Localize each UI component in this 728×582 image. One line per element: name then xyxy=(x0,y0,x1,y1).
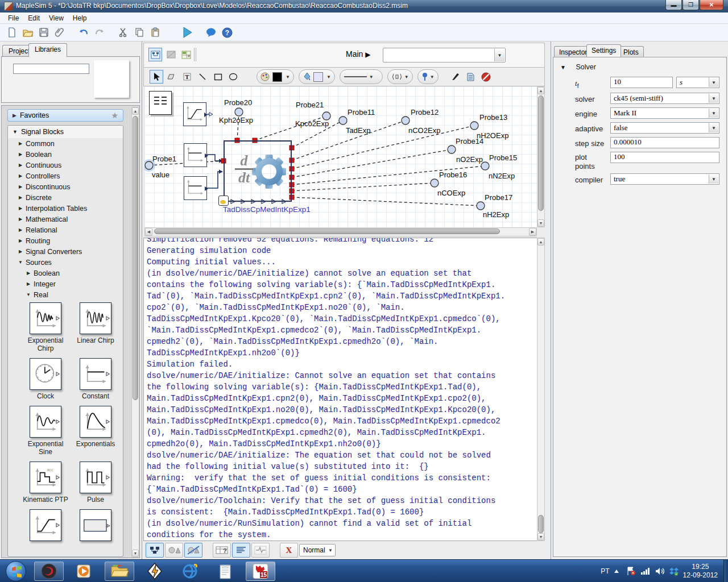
message-icon[interactable] xyxy=(204,25,218,40)
tree-item-boolean[interactable]: ▶Boolean xyxy=(8,268,123,278)
waveform-icon[interactable] xyxy=(251,543,270,558)
copy-icon[interactable] xyxy=(132,25,147,40)
plot-points-input[interactable]: 100 xyxy=(610,152,719,163)
adaptive-select[interactable]: false▼ xyxy=(610,122,719,134)
step-size-input[interactable]: 0.000010 xyxy=(610,137,719,148)
compiler-select[interactable]: true▼ xyxy=(610,173,719,185)
start-button[interactable] xyxy=(6,561,26,581)
scroll-up-icon[interactable]: ▲ xyxy=(132,107,139,115)
3d-view-off-icon[interactable] xyxy=(184,543,202,558)
pen-color-group[interactable]: ▼ xyxy=(257,69,294,84)
annotation-icon[interactable] xyxy=(218,196,229,206)
model-canvas[interactable]: ddtTadDissCpMedIntKpExp1Probe1valueProbe… xyxy=(144,86,537,227)
menu-edit[interactable]: Edit xyxy=(23,13,44,23)
run-simulation-icon[interactable] xyxy=(180,25,195,40)
console-text-icon[interactable] xyxy=(232,543,250,558)
tree-item-routing[interactable]: ▶Routing xyxy=(8,235,123,246)
undo-icon[interactable] xyxy=(76,25,91,40)
constant-block-icon[interactable] xyxy=(80,358,111,390)
library-scrollbar[interactable]: ▲ ▼ xyxy=(131,107,139,558)
network-icon[interactable] xyxy=(640,567,651,575)
eraser-tool-icon[interactable] xyxy=(165,70,179,84)
breadcrumb[interactable]: Main ▶ xyxy=(346,49,370,59)
scroll-up-icon[interactable]: ▲ xyxy=(537,238,544,246)
tf-unit-select[interactable]: s▼ xyxy=(676,77,719,88)
exponentials-block-icon[interactable] xyxy=(80,406,111,438)
palette-item-constant[interactable]: Constant xyxy=(71,358,121,400)
fill-color-group[interactable]: ▼ xyxy=(299,69,335,84)
text-tool-icon[interactable]: T xyxy=(180,70,194,84)
open-icon[interactable] xyxy=(20,25,35,40)
show-hidden-icons[interactable] xyxy=(613,568,620,574)
palette-item-exponential-chirp[interactable]: Exponential Chirp xyxy=(20,302,71,352)
taskbar-app-comodo-dragon[interactable] xyxy=(34,562,64,581)
line-style-group[interactable]: ▼ xyxy=(340,69,383,84)
tree-item-signal-converters[interactable]: ▶Signal Converters xyxy=(8,246,123,257)
console-scrollbar[interactable]: ▲ ▼ xyxy=(537,238,545,541)
canvas-vscrollbar[interactable]: ▲ ▼ xyxy=(537,86,545,227)
tree-item-continuous[interactable]: ▶Continuous xyxy=(8,160,123,171)
pen-color-swatch[interactable] xyxy=(272,72,282,82)
dropbox-icon[interactable] xyxy=(669,567,679,576)
custom-component-block[interactable]: ddt xyxy=(224,140,292,202)
tree-item-common[interactable]: ▶Common xyxy=(8,138,123,149)
scroll-left-icon[interactable]: ◀ xyxy=(145,228,152,236)
console-output[interactable]: Simplification removed 52 equations. Rem… xyxy=(143,238,545,541)
close-button[interactable]: ✕ xyxy=(700,0,723,10)
pulse-block-icon[interactable] xyxy=(80,462,111,493)
tree-item-interpolation-tables[interactable]: ▶Interpolation Tables xyxy=(8,203,123,214)
saturation-block-icon[interactable] xyxy=(30,509,61,541)
help-icon[interactable]: ? xyxy=(220,25,234,40)
volume-icon[interactable] xyxy=(655,567,665,575)
no-entry-icon[interactable] xyxy=(479,70,493,84)
tree-item-real[interactable]: ▼Real xyxy=(8,289,123,300)
exp-sine-block-icon[interactable] xyxy=(30,406,61,438)
taskbar-app-media-player[interactable] xyxy=(69,562,99,581)
palette-item-pulse[interactable]: Pulse xyxy=(71,462,121,504)
fill-color-swatch[interactable] xyxy=(313,72,323,82)
exp-chirp-block-icon[interactable] xyxy=(30,302,61,334)
solver-section-header[interactable]: ▼ Solver xyxy=(560,63,596,71)
language-indicator[interactable]: PT xyxy=(601,567,609,575)
taskbar-app-winamp[interactable] xyxy=(140,562,169,581)
palette-item[interactable] xyxy=(71,509,121,544)
tree-item-discontinuous[interactable]: ▶Discontinuous xyxy=(8,181,123,192)
menu-help[interactable]: Help xyxy=(68,13,92,23)
scroll-up-icon[interactable]: ▲ xyxy=(537,87,544,94)
model-view-icon[interactable] xyxy=(148,48,162,61)
tree-item-discrete[interactable]: ▶Discrete xyxy=(8,192,123,203)
tab-libraries[interactable]: Libraries xyxy=(28,43,67,57)
solver-select[interactable]: ck45 (semi-stiff)▼ xyxy=(610,93,719,104)
tab-plots[interactable]: Plots xyxy=(618,46,644,57)
taskbar-app-explorer[interactable] xyxy=(105,562,134,581)
menu-view[interactable]: View xyxy=(44,13,68,23)
line-tool-icon[interactable] xyxy=(196,70,209,84)
tree-item-relational[interactable]: ▶Relational xyxy=(8,225,123,235)
message-filter-select[interactable]: Normal ▼ xyxy=(299,544,336,556)
tree-item-controllers[interactable]: ▶Controllers xyxy=(8,171,123,181)
linear-chirp-block-icon[interactable] xyxy=(80,302,111,334)
navigator-combobox[interactable]: ▼ xyxy=(383,48,506,63)
tab-settings[interactable]: Settings xyxy=(586,44,621,57)
blank-block-icon[interactable] xyxy=(80,509,111,541)
palette-item-clock[interactable]: Clock xyxy=(20,358,71,400)
palette-item-exponentials[interactable]: Exponentials xyxy=(71,406,121,456)
palette-item-kinematic-ptp[interactable]: accKinematic PTP xyxy=(20,462,71,504)
favorites-header[interactable]: ▶ Favorites ★ xyxy=(7,109,123,122)
port-alignment-group[interactable]: ▼ xyxy=(387,69,413,84)
canvas-hscrollbar[interactable]: ◀ ▶ xyxy=(144,227,537,236)
save-icon[interactable] xyxy=(36,25,51,40)
probe-group[interactable]: ▼ xyxy=(417,69,439,84)
taskbar-app-internet-explorer[interactable] xyxy=(175,562,205,581)
3d-workspace-icon[interactable] xyxy=(164,48,178,61)
scroll-down-icon[interactable]: ▼ xyxy=(132,550,139,557)
action-center-icon[interactable] xyxy=(626,567,636,576)
parameters-view-icon[interactable]: # xyxy=(179,48,193,61)
clear-console-icon[interactable]: X xyxy=(280,543,298,558)
taskbar-app-maple[interactable]: 15 xyxy=(246,562,275,581)
help-table-icon[interactable]: ? xyxy=(213,543,231,558)
document-icon[interactable] xyxy=(464,70,478,84)
constant-block[interactable] xyxy=(184,176,207,200)
scroll-down-icon[interactable]: ▼ xyxy=(537,533,544,541)
new-document-icon[interactable] xyxy=(5,25,19,40)
